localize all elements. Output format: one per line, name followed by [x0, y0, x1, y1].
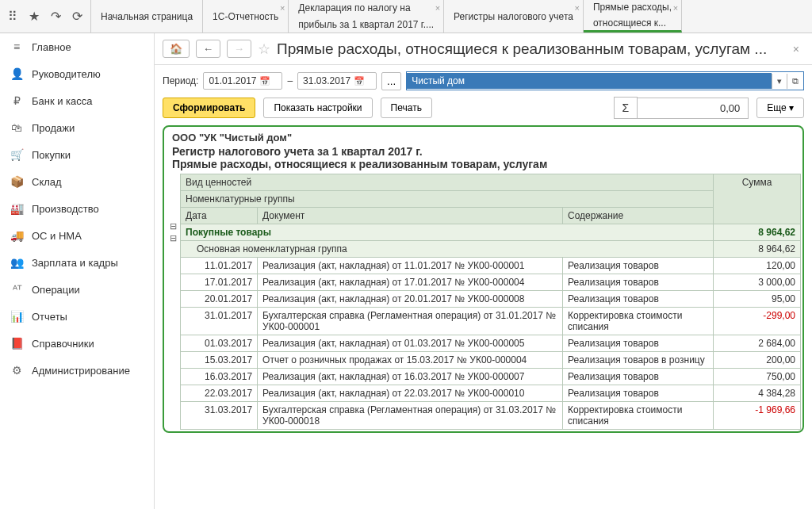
star-icon[interactable]: ★ [29, 9, 40, 24]
sum-symbol: Σ [614, 97, 638, 119]
tab[interactable]: Регистры налогового учета× [444, 0, 584, 33]
subgroup-row[interactable]: Основная номенклатурная группа 8 964,62 [181, 241, 801, 258]
period-picker-button[interactable]: ... [381, 72, 401, 90]
sum-value: 0,00 [638, 98, 749, 119]
date-to-input[interactable]: 31.03.2017📅 [297, 72, 377, 90]
sidebar-icon: 📊 [10, 310, 24, 323]
table-row[interactable]: 16.03.2017Реализация (акт, накладная) от… [181, 369, 801, 385]
report-area: ООО "УК "Чистый дом" Регистр налогового … [155, 125, 812, 509]
sidebar-label: Покупки [32, 149, 71, 161]
sidebar-label: Склад [32, 176, 62, 188]
sidebar-item[interactable]: 📕Справочники [0, 330, 154, 357]
sidebar-item[interactable]: 🛒Покупки [0, 141, 154, 168]
report-org: ООО "УК "Чистый дом" [172, 132, 795, 144]
close-icon[interactable]: × [788, 43, 804, 55]
fav-icon[interactable]: ☆ [258, 40, 270, 58]
close-icon[interactable]: × [435, 3, 440, 13]
report-subtitle: Прямые расходы, относящиеся к реализован… [172, 158, 795, 170]
apps-icon[interactable]: ⠿ [8, 9, 17, 24]
col-content: Содержание [563, 208, 714, 224]
form-button[interactable]: Сформировать [163, 98, 255, 118]
col-nomgroup: Номенклатурные группы [181, 191, 714, 208]
topbar-icons: ⠿ ★ ↷ ⟳ [0, 0, 91, 33]
sidebar-icon: 🛍 [10, 121, 24, 134]
page-title: Прямые расходы, относящиеся к реализован… [277, 40, 782, 58]
sidebar-item[interactable]: 🛍Продажи [0, 114, 154, 141]
report-title: Регистр налогового учета за 1 квартал 20… [172, 145, 795, 158]
back-button[interactable]: ← [196, 40, 220, 58]
sidebar-icon: 👥 [10, 256, 24, 269]
dropdown-icon[interactable]: ▾ [772, 74, 787, 89]
sidebar-label: Руководителю [32, 68, 101, 80]
sidebar-item[interactable]: 📦Склад [0, 168, 154, 195]
sidebar-item[interactable]: 👤Руководителю [0, 60, 154, 87]
tab[interactable]: Декларация по налогу наприбыль за 1 квар… [289, 0, 444, 33]
tab[interactable]: 1С-Отчетность× [203, 0, 289, 33]
sidebar-icon: 🚚 [10, 229, 24, 242]
table-row[interactable]: 11.01.2017Реализация (акт, накладная) от… [181, 258, 801, 274]
cut-icon[interactable]: ↷ [51, 9, 61, 24]
sidebar-label: ОС и НМА [32, 230, 82, 242]
history-icon[interactable]: ⟳ [72, 9, 82, 24]
sidebar-icon: 🏭 [10, 202, 24, 215]
sidebar-item[interactable]: 📊Отчеты [0, 303, 154, 330]
sidebar-item[interactable]: 👥Зарплата и кадры [0, 249, 154, 276]
sidebar-icon: 📦 [10, 175, 24, 188]
close-icon[interactable]: × [280, 3, 285, 13]
sidebar-item[interactable]: 🏭Производство [0, 195, 154, 222]
sidebar-icon: 👤 [10, 67, 24, 80]
sidebar-icon: ≡ [10, 40, 24, 53]
org-select[interactable]: Чистый дом ▾ ⧉ [406, 71, 804, 90]
more-button[interactable]: Еще ▾ [756, 98, 804, 118]
sidebar-label: Главное [32, 41, 71, 53]
calendar-icon[interactable]: 📅 [259, 76, 270, 86]
sidebar-label: Производство [32, 203, 99, 215]
table-row[interactable]: 22.03.2017Реализация (акт, накладная) от… [181, 385, 801, 402]
sidebar-icon: ⚙ [10, 364, 24, 377]
org-value: Чистый дом [407, 73, 772, 89]
table-row[interactable]: 17.01.2017Реализация (акт, накладная) от… [181, 274, 801, 291]
period-label: Период: [163, 75, 198, 86]
print-button[interactable]: Печать [381, 98, 432, 118]
sidebar-label: Продажи [32, 122, 75, 134]
period-dash: – [287, 75, 293, 86]
group-row[interactable]: Покупные товары 8 964,62 [181, 224, 801, 241]
forward-button[interactable]: → [227, 40, 251, 58]
sidebar-label: Зарплата и кадры [32, 257, 118, 269]
sidebar-item[interactable]: ≡Главное [0, 33, 154, 60]
sidebar-label: Операции [32, 284, 80, 296]
tab[interactable]: Прямые расходы,относящиеся к...× [584, 0, 682, 33]
sidebar-item[interactable]: ₽Банк и касса [0, 87, 154, 114]
table-row[interactable]: 01.03.2017Реализация (акт, накладная) от… [181, 335, 801, 352]
tree-collapse-col: ⊟ ⊟ [166, 174, 180, 430]
sidebar-icon: ᴬᵀ [10, 283, 24, 296]
titlebar: 🏠 ← → ☆ Прямые расходы, относящиеся к ре… [155, 33, 812, 65]
tabs: Начальная страница1С-Отчетность×Декларац… [91, 0, 812, 33]
sidebar-label: Справочники [32, 338, 94, 350]
col-doc: Документ [258, 208, 563, 224]
col-sum: Сумма [714, 174, 801, 224]
col-date: Дата [181, 208, 258, 224]
home-button[interactable]: 🏠 [163, 40, 190, 58]
collapse-icon[interactable]: ⊟ [170, 221, 177, 232]
open-dialog-icon[interactable]: ⧉ [787, 74, 803, 89]
date-from-input[interactable]: 01.01.2017📅 [203, 72, 282, 90]
sidebar-icon: 🛒 [10, 148, 24, 161]
sidebar-item[interactable]: ᴬᵀОперации [0, 276, 154, 303]
sidebar-label: Банк и касса [32, 95, 93, 107]
table-row[interactable]: 20.01.2017Реализация (акт, накладная) от… [181, 291, 801, 308]
show-settings-button[interactable]: Показать настройки [263, 98, 372, 118]
table-row[interactable]: 31.03.2017Бухгалтерская справка (Регламе… [181, 402, 801, 430]
sidebar-label: Отчеты [32, 311, 67, 323]
collapse-icon[interactable]: ⊟ [170, 233, 177, 243]
calendar-icon[interactable]: 📅 [354, 76, 365, 86]
close-icon[interactable]: × [673, 3, 678, 13]
sidebar: ≡Главное👤Руководителю₽Банк и касса🛍Прода… [0, 33, 155, 509]
sidebar-item[interactable]: ⚙Администрирование [0, 357, 154, 384]
table-row[interactable]: 15.03.2017Отчет о розничных продажах от … [181, 352, 801, 369]
table-row[interactable]: 31.01.2017Бухгалтерская справка (Регламе… [181, 308, 801, 335]
close-icon[interactable]: × [574, 3, 579, 13]
tab[interactable]: Начальная страница [91, 0, 203, 33]
sidebar-item[interactable]: 🚚ОС и НМА [0, 222, 154, 249]
report-grid: Вид ценностей Сумма Номенклатурные групп… [180, 174, 801, 430]
